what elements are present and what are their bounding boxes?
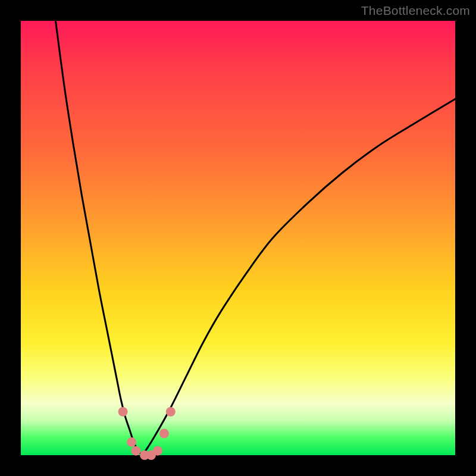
curve-marker <box>166 407 176 416</box>
curve-marker <box>118 407 128 416</box>
curve-left-branch <box>55 21 142 455</box>
curve-marker <box>153 446 162 456</box>
plot-area <box>21 21 455 455</box>
curve-marker <box>159 429 169 439</box>
curve-marker <box>131 446 140 456</box>
curve-marker <box>127 437 136 447</box>
curve-right-branch <box>142 99 455 455</box>
watermark-text: TheBottleneck.com <box>361 4 470 18</box>
chart-frame: TheBottleneck.com <box>0 0 476 476</box>
chart-svg <box>21 21 455 455</box>
